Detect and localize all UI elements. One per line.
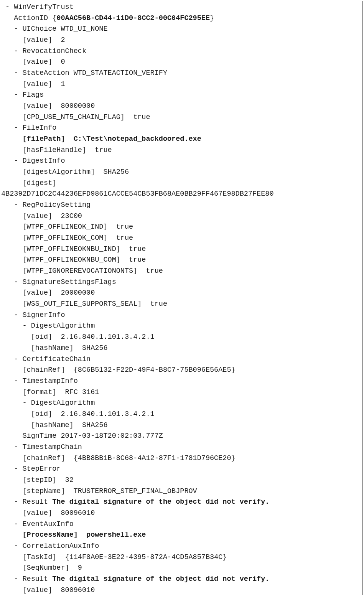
log-text: } <box>210 14 214 22</box>
log-line: [value] 2 <box>1 35 362 46</box>
log-line: [chainRef] {4BB8BB1B-8C68-4A12-87F1-1781… <box>1 453 362 464</box>
log-line: [WTPF_OFFLINEOKNBU_IND] true <box>1 244 362 255</box>
log-line: - Result The digital signature of the ob… <box>1 497 362 508</box>
log-text: [hashName] SHA256 <box>31 344 108 352</box>
log-text: [chainRef] {8C6B5132-F22D-49F4-B8C7-75B0… <box>23 366 236 374</box>
log-line: - DigestAlgorithm <box>1 398 362 409</box>
log-line: [SeqNumber] 9 <box>1 563 362 574</box>
log-line: [filePath] C:\Test\notepad_backdoored.ex… <box>1 134 362 145</box>
log-text: [TaskId] {114F8A0E-3E22-4395-872A-4CD5A8… <box>23 553 227 561</box>
log-line: - CertificateChain <box>1 354 362 365</box>
log-text: - CorrelationAuxInfo <box>14 542 99 550</box>
log-text: - RegPolicySetting <box>14 201 91 209</box>
log-text: [stepName] TRUSTERROR_STEP_FINAL_OBJPROV <box>23 487 197 495</box>
log-text: SignTime 2017-03-18T20:02:03.777Z <box>23 432 163 440</box>
log-line: [WSS_OUT_FILE_SUPPORTS_SEAL] true <box>1 299 362 310</box>
log-text: [stepID] 32 <box>23 476 74 484</box>
log-text: - TimestampInfo <box>14 377 78 385</box>
log-line: [hasFileHandle] true <box>1 145 362 156</box>
log-line: 4B2392D71DC2C44236EFD9861CACCE54CB53FB68… <box>1 189 362 200</box>
log-text: [digestAlgorithm] SHA256 <box>23 168 129 176</box>
log-text: [value] 0 <box>23 58 65 66</box>
log-text: - Flags <box>14 91 44 99</box>
log-output-block: - WinVerifyTrust ActionID {00AAC56B-CD44… <box>1 1 362 595</box>
log-text: 00AAC56B-CD44-11D0-8CC2-00C04FC295EE <box>56 14 210 22</box>
log-line: [digest] <box>1 178 362 189</box>
log-text: [SeqNumber] 9 <box>23 564 82 572</box>
log-line: [stepName] TRUSTERROR_STEP_FINAL_OBJPROV <box>1 486 362 497</box>
log-line: SignTime 2017-03-18T20:02:03.777Z <box>1 431 362 442</box>
log-text: - DigestAlgorithm <box>23 322 95 330</box>
log-line: - StateAction WTD_STATEACTION_VERIFY <box>1 68 362 79</box>
log-line: [CPD_USE_NT5_CHAIN_FLAG] true <box>1 112 362 123</box>
log-text: [WTPF_IGNOREREVOCATIONONTS] true <box>23 267 163 275</box>
log-line: - SignerInfo <box>1 310 362 321</box>
log-text: [value] 2 <box>23 36 65 44</box>
log-text: - DigestInfo <box>14 157 65 165</box>
log-text: - CertificateChain <box>14 355 91 363</box>
log-text: - UIChoice WTD_UI_NONE <box>14 25 107 33</box>
log-line: [hashName] SHA256 <box>1 343 362 354</box>
log-line: - RegPolicySetting <box>1 200 362 211</box>
log-text: [chainRef] {4BB8BB1B-8C68-4A12-87F1-1781… <box>23 454 236 462</box>
log-text: [hasFileHandle] true <box>23 146 112 154</box>
log-line: - FileInfo <box>1 123 362 134</box>
log-line: [oid] 2.16.840.1.101.3.4.2.1 <box>1 332 362 343</box>
log-text: The digital signature of the object did … <box>52 498 269 506</box>
log-line: - CorrelationAuxInfo <box>1 541 362 552</box>
log-text: [value] 80096010 <box>23 509 95 517</box>
log-text: [oid] 2.16.840.1.101.3.4.2.1 <box>31 333 155 341</box>
log-text: - Result <box>14 498 52 506</box>
log-text: - RevocationCheck <box>14 47 86 55</box>
log-text: 4B2392D71DC2C44236EFD9861CACCE54CB53FB68… <box>1 190 274 198</box>
log-text: - FileInfo <box>14 124 56 132</box>
log-text: [value] 1 <box>23 80 65 88</box>
log-line: - StepError <box>1 464 362 475</box>
log-line: - DigestAlgorithm <box>1 321 362 332</box>
log-line: - RevocationCheck <box>1 46 362 57</box>
log-line: [WTPF_IGNOREREVOCATIONONTS] true <box>1 266 362 277</box>
log-line: [oid] 2.16.840.1.101.3.4.2.1 <box>1 409 362 420</box>
log-line: [value] 0 <box>1 57 362 68</box>
log-text: - StateAction WTD_STATEACTION_VERIFY <box>14 69 167 77</box>
log-line: - WinVerifyTrust <box>1 2 362 13</box>
log-line: ActionID {00AAC56B-CD44-11D0-8CC2-00C04F… <box>1 13 362 24</box>
log-line: [digestAlgorithm] SHA256 <box>1 167 362 178</box>
log-text: [WTPF_OFFLINEOKNBU_COM] true <box>23 256 146 264</box>
log-line: [value] 80000000 <box>1 101 362 112</box>
log-line: [value] 80096010 <box>1 508 362 519</box>
log-line: - TimestampChain <box>1 442 362 453</box>
log-text: [value] 23C00 <box>23 212 82 220</box>
log-line: - EventAuxInfo <box>1 519 362 530</box>
log-text: - SignerInfo <box>14 311 65 319</box>
log-line: [value] 23C00 <box>1 211 362 222</box>
log-text: - DigestAlgorithm <box>23 399 95 407</box>
log-text: [WTPF_OFFLINEOK_COM] true <box>23 234 133 242</box>
log-line: - SignatureSettingsFlags <box>1 277 362 288</box>
log-line: - UIChoice WTD_UI_NONE <box>1 24 362 35</box>
log-text: - SignatureSettingsFlags <box>14 278 116 286</box>
log-line: - TimestampInfo <box>1 376 362 387</box>
log-text: [oid] 2.16.840.1.101.3.4.2.1 <box>31 410 155 418</box>
log-line: [WTPF_OFFLINEOK_COM] true <box>1 233 362 244</box>
log-line: [value] 1 <box>1 79 362 90</box>
log-text: - EventAuxInfo <box>14 520 73 528</box>
log-line: [hashName] SHA256 <box>1 420 362 431</box>
log-text: [value] 80000000 <box>23 102 95 110</box>
log-line: [format] RFC 3161 <box>1 387 362 398</box>
log-text: [filePath] C:\Test\notepad_backdoored.ex… <box>23 135 201 143</box>
log-text: [WSS_OUT_FILE_SUPPORTS_SEAL] true <box>23 300 167 308</box>
log-line: [value] 20000000 <box>1 288 362 299</box>
log-line: [TaskId] {114F8A0E-3E22-4395-872A-4CD5A8… <box>1 552 362 563</box>
log-line: - Flags <box>1 90 362 101</box>
log-line: - Result The digital signature of the ob… <box>1 574 362 585</box>
log-line: [ProcessName] powershell.exe <box>1 530 362 541</box>
log-text: The digital signature of the object did … <box>52 575 269 583</box>
log-text: [CPD_USE_NT5_CHAIN_FLAG] true <box>23 113 150 121</box>
log-text: [ProcessName] powershell.exe <box>23 531 146 539</box>
log-line: [stepID] 32 <box>1 475 362 486</box>
log-line: - DigestInfo <box>1 156 362 167</box>
log-line: [WTPF_OFFLINEOK_IND] true <box>1 222 362 233</box>
log-line: [value] 80096010 <box>1 585 362 595</box>
log-text: - StepError <box>14 465 61 473</box>
